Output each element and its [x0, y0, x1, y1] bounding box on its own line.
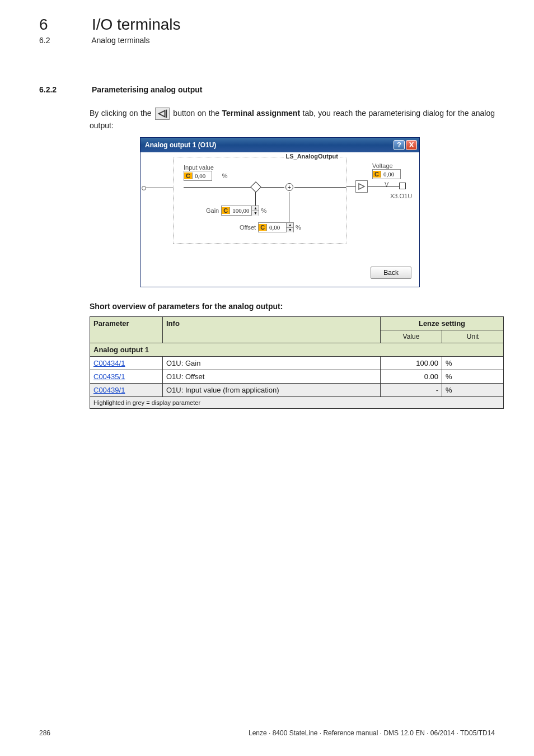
table-row: C00435/1 O1U: Offset 0.00 % — [90, 370, 504, 383]
offset-value: 0,00 — [267, 224, 286, 231]
terminal-port — [399, 183, 406, 189]
intro-paragraph: By clicking on the button on the Termina… — [90, 108, 495, 132]
offset-field[interactable]: C0,00 — [258, 222, 287, 232]
section-title: Analog terminals — [91, 36, 149, 45]
table-row: C00439/1 O1U: Input value (from applicat… — [90, 383, 504, 396]
param-info: O1U: Offset — [163, 370, 381, 383]
th-parameter: Parameter — [90, 316, 163, 343]
gain-value: 100,00 — [230, 207, 251, 214]
offset-stepper[interactable]: ▲▼ — [286, 222, 294, 232]
voltage-value: 0,00 — [381, 171, 400, 178]
param-value: 0.00 — [381, 370, 442, 383]
gain-label: Gain — [206, 207, 219, 214]
param-table: Parameter Info Lenze setting Value Unit … — [90, 316, 504, 409]
gain-unit: % — [261, 207, 266, 214]
analog-output-dialog: Analog output 1 (O1U) ? X LS_AnalogOutpu… — [140, 137, 420, 287]
voltage-field[interactable]: C0,00 — [372, 169, 401, 179]
voltage-unit: V — [385, 181, 388, 188]
output-amp-icon — [355, 180, 368, 193]
analog-output-group: LS_AnalogOutput Input value C0,00 % Gain… — [173, 157, 346, 244]
chapter-title: I/O terminals — [92, 16, 181, 33]
svg-marker-2 — [359, 184, 364, 189]
chapter-number: 6 — [39, 16, 90, 34]
output-arrow-icon — [155, 108, 170, 120]
footer-ref: Lenze · 8400 StateLine · Reference manua… — [249, 729, 495, 737]
dialog-titlebar[interactable]: Analog output 1 (O1U) ? X — [140, 138, 419, 152]
th-lenze: Lenze setting — [381, 316, 504, 330]
intro-before: By clicking on the — [90, 109, 154, 118]
intro-mid: button on the — [173, 109, 222, 118]
subsection-title: Parameterising analog output — [92, 85, 203, 94]
input-value-field[interactable]: C0,00 — [184, 171, 212, 181]
th-value: Value — [381, 330, 442, 343]
voltage-label: Voltage — [372, 162, 419, 169]
param-unit: % — [442, 383, 504, 396]
close-button[interactable]: X — [406, 140, 417, 150]
param-info: O1U: Input value (from application) — [163, 383, 381, 396]
group-cell: Analog output 1 — [90, 343, 504, 356]
svg-marker-0 — [159, 111, 165, 117]
param-info: O1U: Gain — [163, 356, 381, 370]
th-info: Info — [163, 316, 381, 343]
offset-label: Offset — [240, 224, 256, 231]
back-button[interactable]: Back — [371, 267, 411, 279]
input-value: 0,00 — [193, 172, 212, 179]
gain-stepper[interactable]: ▲▼ — [251, 206, 259, 216]
param-link[interactable]: C00434/1 — [93, 359, 125, 367]
input-value-label: Input value — [184, 164, 228, 171]
separator: _ _ _ _ _ _ _ _ _ _ _ _ _ _ _ _ _ _ _ _ … — [39, 60, 495, 69]
th-unit: Unit — [442, 330, 504, 343]
param-overview-heading: Short overview of parameters for the ana… — [90, 302, 495, 311]
help-button[interactable]: ? — [394, 140, 405, 150]
offset-unit: % — [296, 224, 301, 231]
dialog-title: Analog output 1 (O1U) — [145, 141, 216, 149]
subsection-number: 6.2.2 — [39, 85, 90, 94]
param-unit: % — [442, 370, 504, 383]
param-value: - — [381, 383, 442, 396]
port-left — [142, 186, 146, 190]
group-label: LS_AnalogOutput — [284, 153, 341, 160]
gain-field[interactable]: C100,00 — [221, 206, 252, 216]
sum-icon: + — [285, 183, 293, 191]
param-link[interactable]: C00439/1 — [93, 386, 125, 394]
intro-bold: Terminal assignment — [222, 109, 301, 118]
page-number: 286 — [39, 729, 50, 737]
input-unit: % — [222, 172, 228, 179]
section-number: 6.2 — [39, 36, 90, 45]
param-link[interactable]: C00435/1 — [93, 372, 125, 381]
table-row: C00434/1 O1U: Gain 100.00 % — [90, 356, 504, 370]
table-footnote: Highlighted in grey = display parameter — [90, 396, 504, 408]
multiply-icon — [250, 181, 261, 193]
param-value: 100.00 — [381, 356, 442, 370]
param-unit: % — [442, 356, 504, 370]
terminal-label: X3.O1U — [390, 193, 412, 199]
